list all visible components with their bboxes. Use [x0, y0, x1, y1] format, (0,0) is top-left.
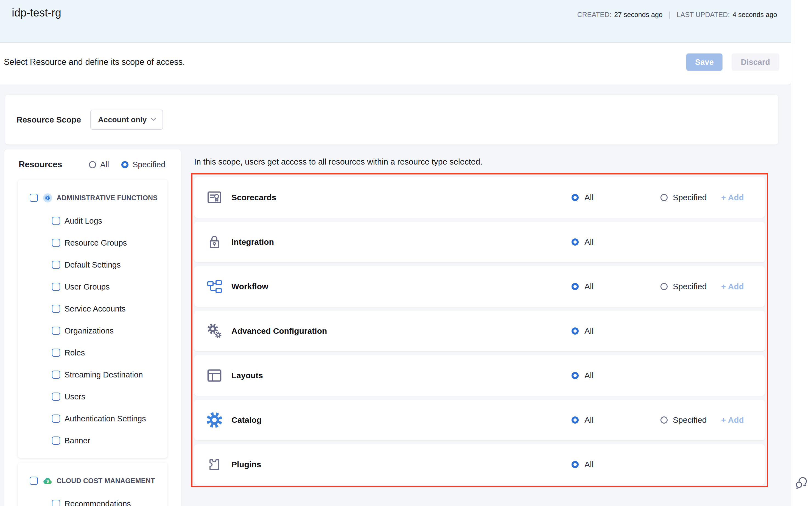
item-label: Organizations: [65, 326, 114, 335]
resource-group-card: $ CLOUD COST MANAGEMENTRecommendations: [18, 462, 168, 506]
meta-separator: |: [669, 10, 671, 19]
item-label: Resource Groups: [65, 238, 127, 248]
radio-all-label: All: [100, 160, 109, 169]
resource-row-label: Scorecards: [231, 193, 276, 202]
row-all-label: All: [585, 415, 594, 425]
resources-mode-specified[interactable]: Specified: [121, 160, 165, 169]
item-label: Banner: [65, 436, 90, 445]
tree-item: Resource Groups: [18, 232, 168, 254]
resources-title: Resources: [19, 160, 62, 169]
page-header: idp-test-rg CREATED: 27 seconds ago | LA…: [0, 0, 791, 43]
item-checkbox[interactable]: [52, 393, 60, 401]
item-label: Streaming Destination: [65, 370, 143, 380]
resource-group-card: ADMINISTRATIVE FUNCTIONSAudit LogsResour…: [18, 180, 168, 458]
item-checkbox[interactable]: [52, 327, 60, 335]
item-label: Users: [65, 392, 85, 401]
item-label: Service Accounts: [65, 304, 125, 314]
resource-group-header: ADMINISTRATIVE FUNCTIONS: [18, 191, 168, 204]
tree-item: Recommendations: [18, 493, 168, 506]
catalog-gear-icon: [205, 411, 223, 429]
group-items: Recommendations: [18, 493, 168, 506]
item-checkbox[interactable]: [52, 239, 60, 247]
resource-row-label: Catalog: [231, 415, 262, 425]
workflow-icon: [205, 280, 223, 293]
gears-icon: [205, 323, 223, 339]
tree-item: Service Accounts: [18, 298, 168, 320]
add-link[interactable]: + Add: [721, 282, 744, 291]
resource-row: ScorecardsAllSpecified+ Add: [194, 177, 765, 218]
item-checkbox[interactable]: [52, 436, 60, 445]
tree-item: Roles: [18, 342, 168, 364]
chat-bubbles-icon[interactable]: [795, 476, 809, 490]
row-all-label: All: [585, 282, 594, 291]
page-title: idp-test-rg: [12, 7, 61, 19]
row-all-label: All: [585, 460, 594, 469]
tree-item: Organizations: [18, 320, 168, 342]
item-label: Authentication Settings: [65, 414, 146, 423]
item-checkbox[interactable]: [52, 500, 60, 506]
row-radio-all[interactable]: [572, 372, 579, 379]
item-checkbox[interactable]: [52, 283, 60, 291]
resource-row-label: Layouts: [231, 371, 263, 380]
chevron-down-icon: [150, 116, 157, 124]
row-radio-all[interactable]: [572, 283, 579, 290]
row-radio-all[interactable]: [572, 194, 579, 201]
item-checkbox[interactable]: [52, 217, 60, 225]
row-radio-all[interactable]: [572, 416, 579, 424]
row-radio-specified[interactable]: [661, 194, 668, 201]
group-label: ADMINISTRATIVE FUNCTIONS: [57, 194, 158, 202]
admin-gear-icon: [43, 193, 52, 202]
tree-item: Authentication Settings: [18, 408, 168, 430]
tree-item: User Groups: [18, 276, 168, 298]
tree-item: Banner: [18, 430, 168, 451]
radio-specified-label: Specified: [132, 160, 165, 169]
layout-icon: [205, 369, 223, 382]
row-all-label: All: [585, 193, 594, 202]
last-updated-value: 4 seconds ago: [732, 11, 777, 19]
save-button[interactable]: Save: [686, 53, 722, 71]
item-checkbox[interactable]: [52, 261, 60, 269]
toolbar-actions: Save Discard: [686, 53, 779, 71]
add-link[interactable]: + Add: [721, 193, 744, 202]
toolbar-description: Select Resource and define its scope of …: [4, 57, 185, 67]
lock-icon: [205, 235, 223, 249]
row-radio-specified[interactable]: [661, 416, 668, 424]
resource-rows-highlight: ScorecardsAllSpecified+ Add IntegrationA…: [191, 173, 768, 487]
resource-scope-card: Resource Scope Account only: [5, 95, 778, 145]
row-specified-label: Specified: [673, 193, 707, 202]
row-radio-specified[interactable]: [661, 283, 668, 290]
discard-button[interactable]: Discard: [731, 53, 779, 71]
group-checkbox[interactable]: [30, 477, 38, 485]
resources-header: Resources All Specified: [4, 150, 181, 180]
radio-all-icon[interactable]: [89, 161, 96, 168]
header-meta: CREATED: 27 seconds ago | LAST UPDATED: …: [577, 10, 777, 19]
tree-item: Audit Logs: [18, 210, 168, 232]
tree-item: Streaming Destination: [18, 364, 168, 386]
row-radio-all[interactable]: [572, 461, 579, 468]
resource-row: LayoutsAll: [194, 355, 765, 396]
resources-mode-all[interactable]: All: [89, 160, 109, 169]
scorecard-icon: [205, 191, 223, 204]
group-items: Audit LogsResource GroupsDefault Setting…: [18, 210, 168, 451]
svg-text:$: $: [46, 479, 49, 484]
row-radio-all[interactable]: [572, 238, 579, 246]
row-all-label: All: [585, 237, 594, 247]
radio-specified-icon[interactable]: [121, 161, 128, 168]
resources-panel: Resources All Specified ADMINISTRATIVE F…: [4, 150, 181, 506]
item-checkbox[interactable]: [52, 349, 60, 357]
item-label: Audit Logs: [65, 217, 102, 226]
row-radio-all[interactable]: [572, 327, 579, 335]
item-checkbox[interactable]: [52, 370, 60, 379]
resource-row: WorkflowAllSpecified+ Add: [194, 266, 765, 307]
item-checkbox[interactable]: [52, 415, 60, 423]
group-checkbox[interactable]: [30, 194, 38, 202]
add-link[interactable]: + Add: [721, 415, 744, 425]
toolbar: Select Resource and define its scope of …: [0, 43, 791, 85]
scope-info-text: In this scope, users get access to all r…: [194, 157, 483, 166]
resource-row-label: Plugins: [231, 460, 261, 469]
row-specified-label: Specified: [673, 282, 707, 291]
item-label: User Groups: [65, 282, 110, 291]
item-checkbox[interactable]: [52, 305, 60, 313]
resource-scope-select[interactable]: Account only: [90, 110, 163, 130]
resource-row: PluginsAll: [194, 444, 765, 485]
